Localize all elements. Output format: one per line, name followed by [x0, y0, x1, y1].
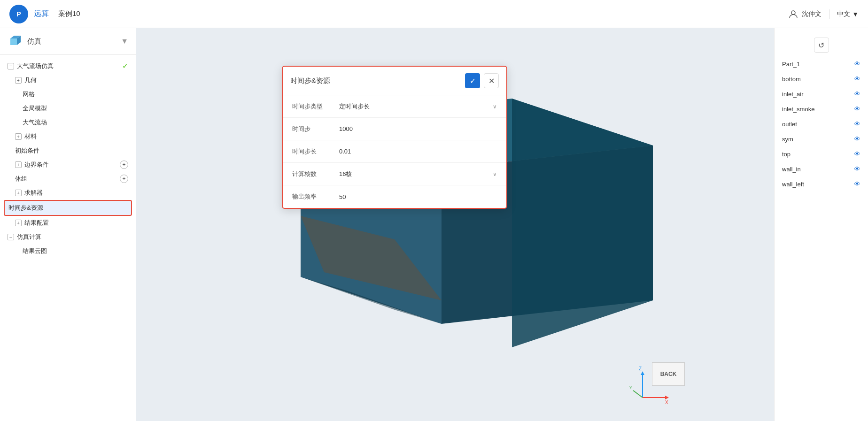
header-divider	[829, 9, 829, 19]
value-timestep-length[interactable]: 0.01	[339, 148, 497, 155]
tree-label-atm-field: 大气流场	[23, 118, 47, 127]
header-right: 沈仲文 中文 ▼	[789, 9, 859, 19]
expand-atm[interactable]: −	[8, 63, 14, 69]
part-item-outlet[interactable]: outlet 👁	[778, 116, 864, 131]
user-name: 沈仲文	[802, 10, 822, 18]
main-layout: 仿真 ▼ − 大气流场仿真 ✓ + 几何 网格 全局模型	[0, 28, 868, 421]
label-output-freq: 输出频率	[292, 192, 339, 201]
axis-back-label[interactable]: BACK	[652, 362, 685, 386]
dialog-close-button[interactable]: ✕	[484, 73, 499, 88]
tree-label-mesh: 网格	[23, 90, 35, 99]
part-item-inlet-smoke[interactable]: inlet_smoke 👁	[778, 101, 864, 116]
expand-result-config[interactable]: +	[15, 220, 22, 226]
tree-label-sim-calc: 仿真计算	[17, 233, 41, 241]
content-area: 时间步&资源 ✓ ✕ 时间步类型 定时间步长 ∨ 时间步	[136, 28, 774, 421]
chevron-cores: ∨	[493, 171, 497, 177]
tree-item-sim-calc[interactable]: − 仿真计算	[0, 230, 136, 244]
select-cores[interactable]: 16核 ∨	[339, 170, 497, 178]
sidebar-title: 仿真	[27, 37, 41, 46]
part-name-wall-left: wall_left	[782, 181, 804, 188]
form-row-timestep: 时间步 1000	[283, 118, 506, 140]
chevron-timestep-type: ∨	[493, 103, 497, 110]
user-info: 沈仲文	[789, 9, 822, 19]
tree-item-material[interactable]: + 材料	[0, 130, 136, 144]
user-icon	[789, 9, 798, 19]
expand-solver[interactable]: +	[15, 190, 22, 196]
eye-icon-part1[interactable]: 👁	[854, 60, 860, 68]
logo: P	[9, 5, 28, 23]
tree-item-global-model[interactable]: 全局模型	[0, 101, 136, 115]
tree-label-initial: 初始条件	[15, 146, 39, 155]
header-left: P 远算 案例10	[9, 5, 80, 23]
sidebar-collapse-icon[interactable]: ▼	[121, 37, 128, 46]
tree-label-atm: 大气流场仿真	[17, 62, 54, 70]
add-boundary-btn[interactable]: +	[120, 161, 128, 169]
tree-item-body[interactable]: 体组 +	[0, 172, 136, 186]
tree-item-initial[interactable]: 初始条件	[0, 144, 136, 158]
part-item-top[interactable]: top 👁	[778, 146, 864, 161]
part-item-wall-left[interactable]: wall_left 👁	[778, 176, 864, 191]
cube-icon	[8, 34, 23, 49]
add-body-btn[interactable]: +	[120, 175, 128, 183]
tree-item-result-cloud[interactable]: 结果云图	[0, 244, 136, 258]
label-timestep-type: 时间步类型	[292, 102, 339, 111]
expand-material[interactable]: +	[15, 133, 22, 140]
dialog-title: 时间步&资源	[290, 77, 330, 85]
app-name: 远算	[34, 9, 49, 19]
part-item-sym[interactable]: sym 👁	[778, 131, 864, 146]
language-selector[interactable]: 中文 ▼	[837, 10, 859, 18]
language-label: 中文	[837, 10, 850, 18]
part-item-bottom[interactable]: bottom 👁	[778, 71, 864, 86]
header: P 远算 案例10 沈仲文 中文 ▼	[0, 0, 868, 28]
eye-icon-inlet-smoke[interactable]: 👁	[854, 105, 860, 113]
part-name-part1: Part_1	[782, 61, 800, 68]
part-item-part1[interactable]: Part_1 👁	[778, 56, 864, 71]
eye-icon-outlet[interactable]: 👁	[854, 120, 860, 128]
select-timestep-type[interactable]: 定时间步长 ∨	[339, 102, 497, 111]
eye-icon-inlet-air[interactable]: 👁	[854, 90, 860, 98]
eye-icon-wall-in[interactable]: 👁	[854, 165, 860, 173]
value-timestep[interactable]: 1000	[339, 125, 497, 132]
svg-point-2	[791, 11, 795, 15]
dialog-confirm-button[interactable]: ✓	[465, 73, 480, 88]
value-output-freq[interactable]: 50	[339, 193, 497, 200]
svg-marker-11	[512, 99, 653, 347]
eye-icon-sym[interactable]: 👁	[854, 135, 860, 143]
sidebar-header: 仿真 ▼	[0, 28, 136, 55]
expand-geo[interactable]: +	[15, 77, 22, 84]
form-row-cores: 计算核数 16核 ∨	[283, 163, 506, 185]
part-name-inlet-smoke: inlet_smoke	[782, 106, 814, 113]
tree-item-boundary[interactable]: + 边界条件 +	[0, 158, 136, 172]
label-timestep-length: 时间步长	[292, 147, 339, 156]
tree-label-result-config: 结果配置	[24, 219, 49, 227]
svg-text:P: P	[16, 10, 21, 18]
tree-item-mesh[interactable]: 网格	[0, 87, 136, 101]
tree-label-material: 材料	[24, 132, 37, 141]
reload-button[interactable]: ↺	[814, 38, 829, 53]
dialog-header: 时间步&资源 ✓ ✕	[283, 67, 506, 95]
part-item-inlet-air[interactable]: inlet_air 👁	[778, 86, 864, 101]
tree-label-geo: 几何	[24, 76, 37, 84]
tree-item-atm-field[interactable]: 大气流场	[0, 115, 136, 130]
form-row-output-freq: 输出频率 50	[283, 185, 506, 208]
case-title: 案例10	[58, 9, 80, 18]
sidebar-header-left: 仿真	[8, 34, 41, 49]
part-item-wall-in[interactable]: wall_in 👁	[778, 161, 864, 176]
expand-boundary[interactable]: +	[15, 161, 22, 168]
tree-item-result-config[interactable]: + 结果配置	[0, 216, 136, 230]
tree-item-solver[interactable]: + 求解器	[0, 186, 136, 200]
eye-icon-bottom[interactable]: 👁	[854, 75, 860, 83]
eye-icon-top[interactable]: 👁	[854, 150, 860, 158]
eye-icon-wall-left[interactable]: 👁	[854, 180, 860, 188]
tree-item-atm[interactable]: − 大气流场仿真 ✓	[0, 59, 136, 73]
part-name-sym: sym	[782, 136, 793, 143]
tree-item-timestep[interactable]: 时间步&资源	[4, 200, 132, 216]
svg-rect-3	[10, 38, 17, 45]
axis-widget: Z X Y BACK	[628, 365, 671, 407]
tree-item-geo[interactable]: + 几何	[0, 73, 136, 87]
tree-label-solver: 求解器	[24, 189, 43, 197]
expand-sim-calc[interactable]: −	[8, 234, 14, 240]
tree-label-timestep: 时间步&资源	[8, 204, 43, 212]
dialog-panel: 时间步&资源 ✓ ✕ 时间步类型 定时间步长 ∨ 时间步	[282, 66, 507, 209]
right-panel: ↺ Part_1 👁 bottom 👁 inlet_air 👁 inlet_sm…	[774, 28, 868, 421]
